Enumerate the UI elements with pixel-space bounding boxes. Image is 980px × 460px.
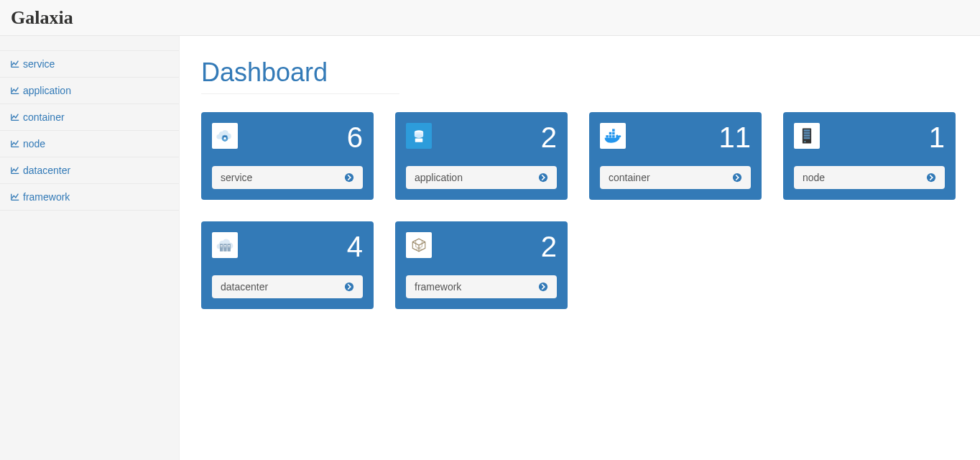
line-chart-icon — [10, 59, 20, 69]
dashboard-cards: 6 service 2 application — [201, 112, 958, 309]
card-footer-link[interactable]: framework — [406, 275, 557, 298]
svg-point-2 — [345, 173, 353, 182]
sidebar-item-label: service — [23, 58, 55, 70]
arrow-circle-right-icon — [344, 282, 354, 292]
gear-cloud-icon — [212, 123, 238, 149]
card-service: 6 service — [201, 112, 374, 200]
sidebar-item-framework[interactable]: framework — [0, 184, 179, 210]
svg-point-4 — [415, 134, 423, 137]
svg-rect-18 — [804, 137, 810, 139]
svg-rect-28 — [228, 245, 230, 246]
svg-point-19 — [805, 141, 806, 142]
card-value: 1 — [929, 123, 945, 152]
cube-icon — [406, 232, 432, 258]
svg-rect-7 — [606, 135, 609, 138]
sidebar-item-label: framework — [23, 191, 70, 203]
arrow-circle-right-icon — [926, 172, 936, 183]
card-label: node — [803, 172, 825, 183]
sidebar: service application container — [0, 36, 180, 460]
svg-rect-12 — [612, 129, 615, 132]
line-chart-icon — [10, 139, 20, 149]
sidebar-item-label: datacenter — [23, 165, 70, 176]
svg-rect-15 — [804, 129, 810, 132]
sidebar-item-label: node — [23, 138, 45, 150]
arrow-circle-right-icon — [344, 172, 354, 183]
sidebar-item-application[interactable]: application — [0, 78, 179, 104]
svg-rect-26 — [224, 245, 226, 246]
card-value: 4 — [347, 232, 363, 261]
svg-rect-24 — [221, 245, 223, 246]
line-chart-icon — [10, 112, 20, 122]
arrow-circle-right-icon — [732, 172, 742, 183]
card-container: 11 container — [589, 112, 762, 200]
svg-rect-8 — [609, 135, 612, 138]
page-title: Dashboard — [201, 58, 399, 94]
card-label: service — [221, 172, 252, 183]
sidebar-item-service[interactable]: service — [0, 51, 179, 77]
sidebar-item-datacenter[interactable]: datacenter — [0, 157, 179, 183]
server-icon — [794, 123, 820, 149]
svg-rect-16 — [804, 132, 810, 134]
svg-rect-29 — [228, 247, 230, 247]
sidebar-item-label: container — [23, 111, 65, 123]
svg-rect-27 — [224, 247, 226, 247]
container-icon — [600, 123, 626, 149]
card-value: 11 — [719, 123, 752, 152]
card-label: framework — [415, 281, 461, 293]
svg-point-30 — [345, 282, 353, 291]
svg-rect-9 — [612, 135, 615, 138]
card-node: 1 node — [783, 112, 956, 200]
svg-rect-5 — [415, 139, 423, 142]
svg-point-31 — [539, 282, 547, 291]
card-label: datacenter — [221, 281, 268, 293]
svg-point-1 — [223, 137, 226, 140]
svg-rect-22 — [223, 244, 226, 252]
brand-title: Galaxia — [11, 7, 73, 29]
card-value: 2 — [541, 232, 557, 261]
svg-point-6 — [539, 173, 547, 182]
line-chart-icon — [10, 192, 20, 202]
svg-point-13 — [733, 173, 741, 182]
card-footer-link[interactable]: service — [212, 166, 363, 189]
sidebar-item-label: application — [23, 85, 71, 96]
sidebar-item-node[interactable]: node — [0, 131, 179, 157]
sidebar-item-container[interactable]: container — [0, 104, 179, 130]
card-label: application — [415, 172, 463, 183]
app-icon — [406, 123, 432, 149]
card-datacenter: 4 datacenter — [201, 221, 374, 309]
arrow-circle-right-icon — [538, 172, 548, 183]
svg-rect-21 — [220, 244, 223, 252]
card-application: 2 application — [395, 112, 568, 200]
line-chart-icon — [10, 86, 20, 96]
svg-point-20 — [927, 173, 935, 182]
card-footer-link[interactable]: container — [600, 166, 751, 189]
card-footer-link[interactable]: application — [406, 166, 557, 189]
svg-rect-23 — [228, 244, 231, 252]
card-framework: 2 framework — [395, 221, 568, 309]
svg-rect-17 — [804, 134, 810, 137]
card-value: 6 — [347, 123, 363, 152]
datacenter-icon — [212, 232, 238, 258]
card-value: 2 — [541, 123, 557, 152]
top-navbar: Galaxia — [0, 0, 980, 36]
arrow-circle-right-icon — [538, 282, 548, 292]
main-content: Dashboard 6 service — [180, 36, 980, 460]
card-footer-link[interactable]: datacenter — [212, 275, 363, 298]
svg-rect-10 — [609, 132, 612, 135]
line-chart-icon — [10, 165, 20, 175]
svg-rect-25 — [221, 247, 223, 247]
card-label: container — [609, 172, 650, 183]
card-footer-link[interactable]: node — [794, 166, 945, 189]
svg-rect-11 — [612, 132, 615, 135]
